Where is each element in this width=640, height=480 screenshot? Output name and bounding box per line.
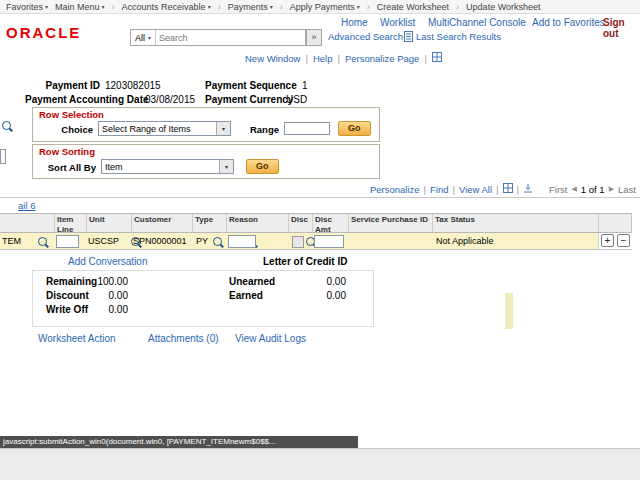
chevron-down-icon: ▾: [270, 3, 273, 10]
first-link[interactable]: First: [549, 184, 567, 195]
unearned-value: 0.00: [301, 276, 346, 287]
choice-select[interactable]: Select Range of Items ▾: [98, 121, 231, 136]
view-all-link[interactable]: View All: [459, 184, 492, 195]
payment-currency-label: Payment Currency: [205, 94, 293, 105]
last-link[interactable]: Last: [618, 184, 636, 195]
worksheet-action-link[interactable]: Worksheet Action: [38, 333, 116, 344]
breadcrumb-separator: ›: [112, 2, 115, 12]
column-header-disc-amt: Disc Amt: [312, 214, 348, 232]
disc-checkbox[interactable]: [292, 236, 304, 248]
add-row-button[interactable]: +: [601, 234, 614, 247]
find-link[interactable]: Find: [430, 184, 448, 195]
search-input[interactable]: [156, 31, 305, 44]
sign-out-link[interactable]: Sign out: [603, 17, 640, 39]
home-link[interactable]: Home: [341, 17, 368, 28]
toolbar-separator: |: [424, 184, 426, 195]
type-value: PY: [196, 236, 208, 246]
chevron-down-icon: ▾: [357, 3, 360, 10]
pagebar-separator: |: [337, 53, 339, 64]
item-value: TEM: [2, 236, 21, 246]
row-selection-go-button[interactable]: Go: [338, 121, 371, 136]
last-search-results-link[interactable]: Last Search Results: [416, 31, 501, 42]
personalize-page-link[interactable]: Personalize Page: [345, 53, 419, 64]
update-worksheet-page: Favorites ▾ Main Menu ▾ › Accounts Recei…: [0, 0, 640, 480]
breadcrumb-separator: ›: [280, 2, 283, 12]
column-header-tax-status: Tax Status: [432, 214, 598, 232]
choice-select-value: Select Range of Items: [102, 124, 191, 134]
highlight-artifact: [505, 293, 513, 329]
breadcrumb: Favorites ▾ Main Menu ▾ › Accounts Recei…: [0, 0, 640, 14]
row-action-cell: + −: [598, 233, 632, 249]
payment-sequence-label: Payment Sequence: [205, 80, 297, 91]
multichannel-console-link[interactable]: MultiChannel Console: [428, 17, 526, 28]
copy-url-icon[interactable]: [432, 52, 442, 64]
breadcrumb-separator: ›: [367, 2, 370, 12]
search-scope-dropdown[interactable]: All ▾: [131, 30, 156, 45]
view-audit-logs-link[interactable]: View Audit Logs: [235, 333, 306, 344]
breadcrumb-label: Create Worksheet: [377, 2, 449, 12]
toolbar-separator: |: [517, 184, 519, 195]
breadcrumb-apply-payments[interactable]: Apply Payments ▾: [290, 2, 360, 12]
item-line-input[interactable]: [56, 235, 79, 248]
breadcrumb-payments[interactable]: Payments ▾: [228, 2, 273, 12]
letter-of-credit-label: Letter of Credit ID: [263, 256, 347, 267]
add-to-favorites-link[interactable]: Add to Favorites: [532, 17, 605, 28]
row-sorting-go-button[interactable]: Go: [246, 159, 279, 174]
range-label: Range: [245, 124, 279, 135]
search-go-button[interactable]: »: [306, 29, 322, 46]
grid-toolbar: Personalize | Find | View All | | First …: [370, 183, 636, 195]
remaining-value: 100.00: [73, 276, 128, 287]
help-link[interactable]: Help: [313, 53, 333, 64]
next-row-icon[interactable]: ▶: [609, 185, 614, 193]
column-header-reason: Reason: [226, 214, 288, 232]
tax-status-value: Not Applicable: [436, 236, 494, 246]
column-header-service-purchase-id: Service Purchase ID: [348, 214, 432, 232]
discount-value: 0.00: [73, 290, 128, 301]
column-header-row-actions: [598, 214, 631, 232]
balance-summary: Remaining 100.00 Unearned 0.00 Discount …: [32, 270, 374, 327]
breadcrumb-label: Payments: [228, 2, 268, 12]
row-counter: 1 of 1: [581, 184, 605, 195]
payment-sequence-value: 1: [302, 80, 308, 91]
sort-all-by-select[interactable]: Item ▾: [101, 159, 234, 174]
chevron-down-icon: ▾: [148, 34, 151, 41]
unearned-label: Unearned: [229, 276, 275, 287]
browser-status-bar: javascript:submitAction_win0(document.wi…: [0, 436, 358, 448]
new-window-link[interactable]: New Window: [245, 53, 300, 64]
breadcrumb-accounts-receivable[interactable]: Accounts Receivable ▾: [122, 2, 211, 12]
personalize-link[interactable]: Personalize: [370, 184, 420, 195]
breadcrumb-favorites[interactable]: Favorites ▾: [6, 2, 48, 12]
advanced-search-link[interactable]: Advanced Search: [328, 31, 403, 42]
breadcrumb-separator: ›: [218, 2, 221, 12]
row-selection-title: Row Selection: [39, 109, 104, 120]
chevron-down-icon: ▾: [45, 3, 48, 10]
download-icon[interactable]: [523, 183, 533, 195]
breadcrumb-update-worksheet[interactable]: Update Worksheet: [466, 2, 540, 12]
pagebar-separator: |: [305, 53, 307, 64]
customer-lookup-icon[interactable]: [213, 237, 222, 246]
cut-off-field: [0, 149, 6, 164]
grid-tab-detail[interactable]: ail 6: [18, 200, 35, 211]
chevron-down-icon: ▾: [102, 3, 105, 10]
range-input[interactable]: [284, 122, 330, 135]
add-conversation-link[interactable]: Add Conversation: [68, 256, 148, 267]
column-header-disc: Disc: [288, 214, 312, 232]
bottom-strip: [0, 448, 640, 480]
reason-input[interactable]: [228, 235, 256, 248]
item-lookup-icon[interactable]: [38, 237, 47, 246]
write-off-value: 0.00: [73, 304, 128, 315]
previous-row-icon[interactable]: ◀: [571, 185, 576, 193]
disc-amt-input[interactable]: [314, 235, 344, 248]
worklist-link[interactable]: Worklist: [380, 17, 415, 28]
oracle-logo: ORACLE: [6, 24, 81, 41]
unit-value: USCSP: [88, 236, 119, 246]
breadcrumb-create-worksheet[interactable]: Create Worksheet: [377, 2, 449, 12]
earned-value: 0.00: [301, 290, 346, 301]
zoom-grid-icon[interactable]: [503, 183, 513, 195]
breadcrumb-main-menu[interactable]: Main Menu ▾: [55, 2, 105, 12]
column-header-type: Type: [192, 214, 226, 232]
attachments-link[interactable]: Attachments (0): [148, 333, 219, 344]
delete-row-button[interactable]: −: [617, 234, 630, 247]
magnifier-icon[interactable]: [2, 121, 11, 130]
payment-id-label: Payment ID: [40, 80, 100, 91]
